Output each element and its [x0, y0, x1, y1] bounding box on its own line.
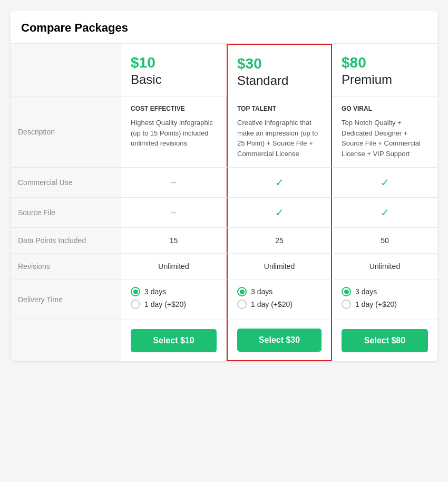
delivery-premium-1day: 1 day (+$20) — [342, 300, 428, 309]
commercial-standard: ✓ — [227, 168, 332, 198]
select-basic-button[interactable]: Select $10 — [131, 329, 217, 352]
revisions-standard: Unlimited — [227, 254, 332, 279]
commercial-basic: – — [121, 168, 227, 198]
delivery-standard-3days-label: 3 days — [251, 287, 272, 296]
basic-desc-text: Highest Quality Infographic (up to 15 Po… — [131, 118, 217, 149]
data-points-premium: 50 — [332, 228, 437, 254]
delivery-premium-1day-label: 1 day (+$20) — [355, 300, 397, 309]
radio-standard-3days[interactable] — [237, 287, 247, 296]
radio-basic-1day[interactable] — [131, 300, 140, 309]
desc-basic: COST EFFECTIVE Highest Quality Infograph… — [121, 97, 227, 168]
package-header-basic: $10 Basic — [121, 44, 227, 97]
compare-packages-container: Compare Packages $10 Basic $30 Standard … — [11, 11, 437, 361]
dash-icon-source-basic: – — [171, 208, 176, 217]
standard-desc-subtitle: TOP TALENT — [237, 105, 322, 112]
premium-name: Premium — [342, 72, 428, 87]
package-header-standard: $30 Standard — [227, 44, 332, 97]
radio-premium-3days[interactable] — [342, 287, 351, 296]
label-description: Description — [11, 97, 121, 168]
label-source-file: Source File — [11, 198, 121, 228]
delivery-standard-3days: 3 days — [237, 287, 322, 296]
data-points-standard: 25 — [227, 228, 332, 254]
btn-cell-standard: Select $30 — [227, 320, 332, 361]
check-icon-standard-source: ✓ — [275, 206, 284, 219]
standard-price: $30 — [237, 55, 322, 72]
check-icon-standard-commercial: ✓ — [275, 176, 284, 189]
label-revisions: Revisions — [11, 254, 121, 279]
select-standard-button[interactable]: Select $30 — [237, 329, 322, 352]
desc-standard: TOP TALENT Creative infographic that mak… — [227, 97, 332, 168]
radio-basic-3days[interactable] — [131, 287, 140, 296]
btn-empty-cell — [11, 320, 121, 361]
radio-inner-standard-3days — [240, 290, 245, 294]
source-file-standard: ✓ — [227, 198, 332, 228]
label-delivery-time: Delivery Time — [11, 279, 121, 320]
delivery-basic-3days: 3 days — [131, 287, 217, 296]
btn-cell-premium: Select $80 — [332, 320, 437, 361]
revisions-premium: Unlimited — [332, 254, 437, 279]
data-points-basic: 15 — [121, 228, 227, 254]
delivery-basic-1day: 1 day (+$20) — [131, 300, 217, 309]
delivery-basic-3days-label: 3 days — [144, 287, 166, 296]
source-file-basic: – — [121, 198, 227, 228]
delivery-standard-1day-label: 1 day (+$20) — [251, 300, 293, 309]
basic-name: Basic — [131, 72, 217, 87]
select-premium-button[interactable]: Select $80 — [342, 329, 428, 352]
radio-inner-basic-3days — [133, 290, 138, 294]
revisions-basic: Unlimited — [121, 254, 227, 279]
delivery-basic: 3 days 1 day (+$20) — [121, 279, 227, 320]
dash-icon: – — [171, 178, 176, 187]
radio-premium-1day[interactable] — [342, 300, 351, 309]
basic-price: $10 — [131, 54, 217, 71]
delivery-basic-1day-label: 1 day (+$20) — [144, 300, 186, 309]
delivery-standard-1day: 1 day (+$20) — [237, 300, 322, 309]
source-file-premium: ✓ — [332, 198, 437, 228]
package-header-premium: $80 Premium — [332, 44, 437, 97]
standard-desc-text: Creative infographic that make an impres… — [237, 118, 322, 159]
delivery-standard: 3 days 1 day (+$20) — [227, 279, 332, 320]
desc-premium: GO VIRAL Top Notch Quality + Dedicated D… — [332, 97, 437, 168]
compare-table: $10 Basic $30 Standard $80 Premium Descr… — [11, 44, 437, 361]
label-data-points: Data Points Included — [11, 228, 121, 254]
btn-cell-basic: Select $10 — [121, 320, 227, 361]
delivery-premium-3days-label: 3 days — [355, 287, 377, 296]
radio-standard-1day[interactable] — [237, 300, 247, 309]
label-commercial-use: Commercial Use — [11, 168, 121, 198]
premium-desc-subtitle: GO VIRAL — [342, 105, 428, 112]
basic-desc-subtitle: COST EFFECTIVE — [131, 105, 217, 112]
commercial-premium: ✓ — [332, 168, 437, 198]
delivery-premium: 3 days 1 day (+$20) — [332, 279, 437, 320]
check-icon-premium-commercial: ✓ — [381, 176, 389, 189]
compare-title: Compare Packages — [11, 11, 437, 44]
check-icon-premium-source: ✓ — [381, 206, 389, 219]
header-empty-cell — [11, 44, 121, 97]
radio-inner-premium-3days — [344, 290, 349, 294]
delivery-premium-3days: 3 days — [342, 287, 428, 296]
premium-price: $80 — [342, 54, 428, 71]
premium-desc-text: Top Notch Quality + Dedicated Designer +… — [342, 118, 428, 159]
standard-name: Standard — [237, 73, 322, 88]
